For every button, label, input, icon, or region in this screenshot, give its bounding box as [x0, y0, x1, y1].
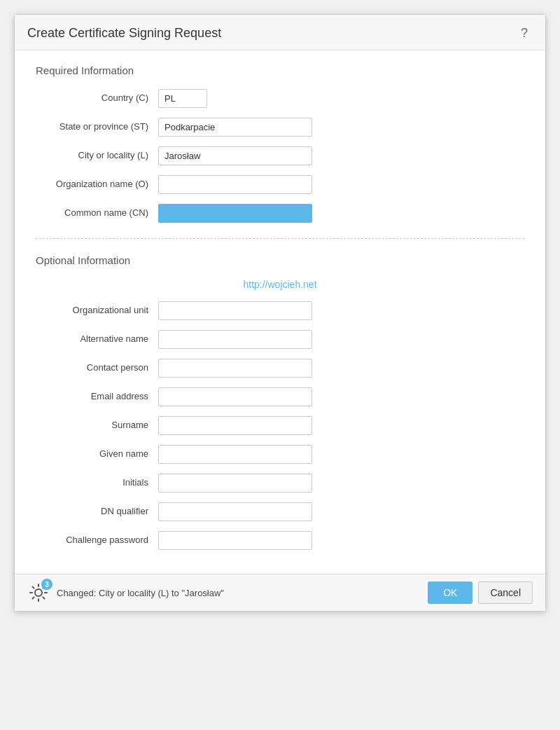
initials-label: Initials	[36, 476, 158, 489]
org-unit-row: Organizational unit	[36, 301, 524, 320]
dialog-body: Required Information Country (C) State o…	[15, 50, 545, 574]
dialog-footer: 3 Changed: City or locality (L) to "Jaro…	[15, 574, 545, 611]
challenge-password-label: Challenge password	[36, 534, 158, 546]
state-label: State or province (ST)	[36, 120, 158, 133]
required-section-title: Required Information	[36, 64, 524, 76]
org-row: Organization name (O)	[36, 175, 524, 194]
svg-point-0	[35, 589, 42, 596]
city-label: City or locality (L)	[36, 149, 158, 162]
create-csr-dialog: Create Certificate Signing Request ? Req…	[14, 14, 546, 612]
initials-input[interactable]	[158, 474, 312, 493]
status-text: Changed: City or locality (L) to "Jarosł…	[57, 588, 224, 598]
cn-label: Common name (CN)	[36, 207, 158, 219]
country-input[interactable]	[158, 89, 207, 108]
settings-icon-wrapper: 3	[27, 581, 50, 604]
surname-label: Surname	[36, 419, 158, 432]
state-row: State or province (ST)	[36, 118, 524, 137]
contact-row: Contact person	[36, 359, 524, 378]
alt-name-input[interactable]	[158, 330, 312, 349]
footer-left: 3 Changed: City or locality (L) to "Jaro…	[27, 581, 224, 604]
surname-input[interactable]	[158, 416, 312, 435]
dialog-title: Create Certificate Signing Request	[27, 26, 221, 41]
org-unit-input[interactable]	[158, 301, 312, 320]
email-label: Email address	[36, 390, 158, 403]
watermark: http://wojcieh.net	[36, 279, 524, 290]
email-input[interactable]	[158, 387, 312, 406]
dn-qualifier-label: DN qualifier	[36, 505, 158, 518]
section-divider	[36, 238, 524, 239]
dn-qualifier-input[interactable]	[158, 502, 312, 521]
org-label: Organization name (O)	[36, 178, 158, 191]
org-unit-label: Organizational unit	[36, 304, 158, 317]
initials-row: Initials	[36, 474, 524, 493]
country-label: Country (C)	[36, 92, 158, 104]
city-row: City or locality (L)	[36, 146, 524, 165]
optional-section-title: Optional Information	[36, 254, 524, 266]
dn-qualifier-row: DN qualifier	[36, 502, 524, 521]
footer-right: OK Cancel	[428, 581, 533, 604]
org-input[interactable]	[158, 175, 312, 194]
given-name-row: Given name	[36, 445, 524, 464]
country-row: Country (C)	[36, 89, 524, 108]
given-name-label: Given name	[36, 448, 158, 460]
contact-label: Contact person	[36, 361, 158, 374]
contact-input[interactable]	[158, 359, 312, 378]
badge: 3	[41, 579, 52, 590]
state-input[interactable]	[158, 118, 312, 137]
dialog-header: Create Certificate Signing Request ?	[15, 15, 545, 50]
challenge-password-row: Challenge password	[36, 531, 524, 550]
challenge-password-input[interactable]	[158, 531, 312, 550]
optional-section: Optional Information http://wojcieh.net …	[36, 254, 524, 550]
help-icon[interactable]: ?	[516, 25, 533, 41]
alt-name-row: Alternative name	[36, 330, 524, 349]
cn-input[interactable]	[158, 204, 312, 223]
city-input[interactable]	[158, 146, 312, 165]
given-name-input[interactable]	[158, 445, 312, 464]
surname-row: Surname	[36, 416, 524, 435]
email-row: Email address	[36, 387, 524, 406]
cn-row: Common name (CN)	[36, 204, 524, 223]
cancel-button[interactable]: Cancel	[478, 581, 533, 604]
ok-button[interactable]: OK	[428, 581, 472, 604]
required-section: Required Information Country (C) State o…	[36, 64, 524, 223]
alt-name-label: Alternative name	[36, 333, 158, 345]
